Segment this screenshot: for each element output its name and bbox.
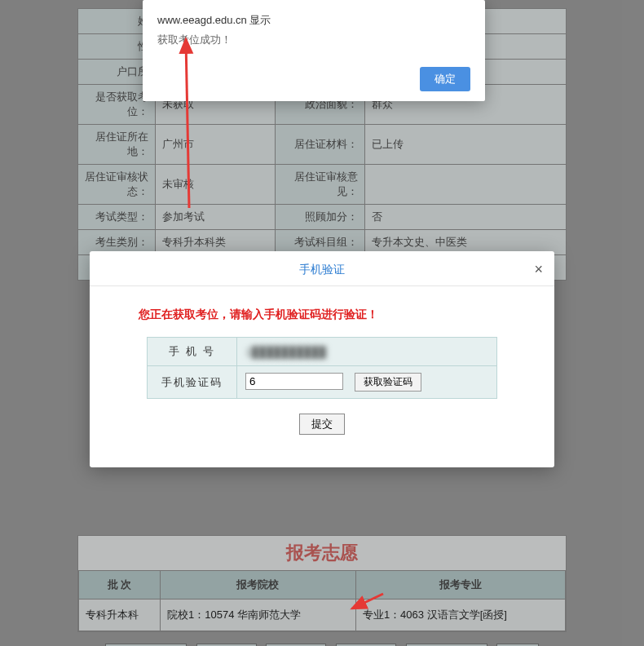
- code-label: 手机验证码: [148, 366, 237, 399]
- submit-button[interactable]: 提交: [299, 414, 345, 435]
- phone-label: 手 机 号: [148, 338, 237, 366]
- alert-message: 获取考位成功！: [157, 33, 470, 47]
- verify-header: 手机验证 ×: [90, 251, 554, 286]
- code-cell: 获取验证码: [237, 366, 497, 399]
- alert-ok-button[interactable]: 确定: [420, 67, 470, 91]
- verify-title: 手机验证: [299, 263, 345, 276]
- phone-value-cell: 1██████████: [237, 338, 497, 366]
- alert-domain: www.eeagd.edu.cn 显示: [157, 13, 470, 28]
- code-input[interactable]: [245, 373, 343, 390]
- phone-value-masked: 1██████████: [245, 346, 326, 358]
- phone-verify-modal: 手机验证 × 您正在获取考位，请输入手机验证码进行验证！ 手 机 号 1████…: [90, 251, 554, 467]
- verify-form-table: 手 机 号 1██████████ 手机验证码 获取验证码: [147, 337, 497, 399]
- get-code-button[interactable]: 获取验证码: [355, 373, 421, 392]
- verify-warning: 您正在获取考位，请输入手机验证码进行验证！: [139, 308, 554, 322]
- browser-alert: www.eeagd.edu.cn 显示 获取考位成功！ 确定: [143, 0, 485, 101]
- close-icon[interactable]: ×: [534, 261, 543, 278]
